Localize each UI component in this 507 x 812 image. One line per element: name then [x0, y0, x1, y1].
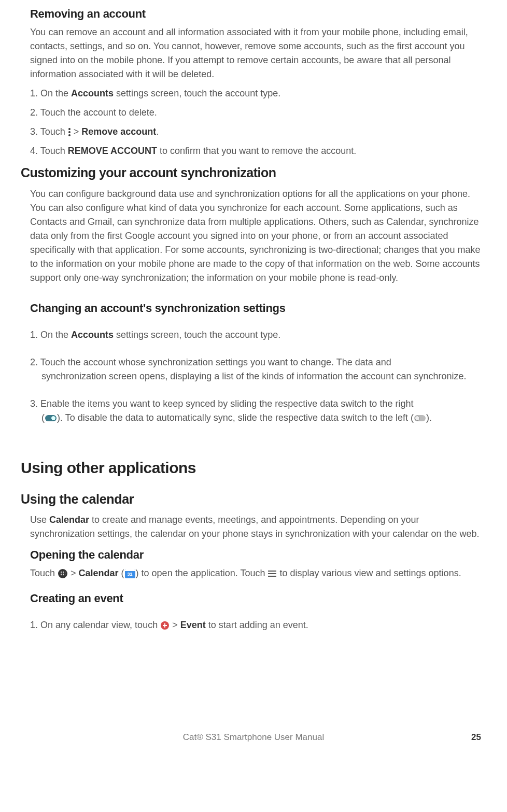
heading-changing-sync-settings: Changing an account's synchronization se…	[30, 300, 486, 317]
para-removing-intro: You can remove an account and all inform…	[30, 25, 486, 81]
hamburger-icon	[268, 569, 276, 578]
heading-removing-account: Removing an account	[30, 5, 486, 22]
text: >	[71, 126, 82, 137]
switch-off-icon	[414, 415, 426, 421]
text: Touch	[30, 568, 58, 578]
bold-accounts: Accounts	[71, 88, 114, 98]
text: >	[170, 620, 180, 630]
text: ) to open the application. Touch	[136, 568, 268, 578]
text: synchronization screen opens, displaying…	[30, 369, 486, 383]
heading-opening-calendar: Opening the calendar	[30, 546, 486, 563]
removing-step2: 2. Touch the account to delete.	[30, 106, 486, 120]
bold-event: Event	[180, 620, 206, 630]
sync-step3: 3. Enable the items you want to keep syn…	[30, 397, 486, 425]
heading-creating-event: Creating an event	[30, 590, 486, 607]
heading-using-other-apps: Using other applications	[21, 456, 486, 479]
removing-step4: 4. Touch REMOVE ACCOUNT to confirm that …	[30, 144, 486, 158]
sync-step2: 2. Touch the account whose synchronizati…	[30, 355, 486, 383]
text: >	[68, 568, 79, 578]
apps-icon	[58, 569, 67, 578]
text: (	[41, 412, 45, 423]
text: ).	[426, 412, 432, 423]
sync-step1: 1. On the Accounts settings screen, touc…	[30, 328, 486, 342]
text: Use	[30, 515, 49, 525]
text: to start adding an event.	[206, 620, 308, 630]
text: 1. On the	[30, 88, 71, 98]
text: ). To disable the data to automatically …	[57, 412, 414, 423]
text: 1. On the	[30, 330, 71, 340]
text: settings screen, touch the account type.	[114, 88, 280, 98]
text: 1. On any calendar view, touch	[30, 620, 160, 630]
bold-accounts: Accounts	[71, 330, 114, 340]
text: 4. Touch	[30, 146, 68, 156]
footer-title: Cat® S31 Smartphone User Manual	[57, 731, 450, 744]
text: 3. Touch	[30, 126, 68, 137]
create-event-step1: 1. On any calendar view, touch > Event t…	[30, 618, 486, 632]
text: to display various view and settings opt…	[277, 568, 461, 578]
heading-using-calendar: Using the calendar	[21, 490, 486, 509]
calendar-icon: 31	[125, 569, 135, 578]
removing-step1: 1. On the Accounts settings screen, touc…	[30, 87, 486, 101]
para-calendar-intro: Use Calendar to create and manage events…	[30, 513, 486, 541]
plus-icon	[161, 621, 169, 630]
para-customizing-intro: You can configure background data use an…	[30, 187, 486, 285]
page-number: 25	[450, 731, 481, 744]
text: to create and manage events, meetings, a…	[30, 515, 480, 539]
removing-step3: 3. Touch > Remove account.	[30, 125, 486, 139]
bold-remove-account: Remove account	[81, 126, 156, 137]
text: 2. Touch the account whose synchronizati…	[30, 357, 391, 367]
text: to confirm that you want to remove the a…	[157, 146, 356, 156]
text: .	[156, 126, 159, 137]
switch-on-icon	[45, 415, 57, 421]
page-footer: Cat® S31 Smartphone User Manual 25	[21, 731, 486, 744]
text: settings screen, touch the account type.	[114, 330, 280, 340]
bold-remove-account-confirm: REMOVE ACCOUNT	[68, 146, 157, 156]
text: 3. Enable the items you want to keep syn…	[30, 398, 413, 409]
bold-calendar: Calendar	[49, 515, 89, 525]
kebab-icon	[68, 127, 71, 137]
heading-customizing-sync: Customizing your account synchronization	[21, 163, 486, 183]
para-opening-calendar: Touch > Calendar (31) to open the applic…	[30, 566, 486, 580]
bold-calendar: Calendar	[79, 568, 119, 578]
text: (	[119, 568, 124, 578]
